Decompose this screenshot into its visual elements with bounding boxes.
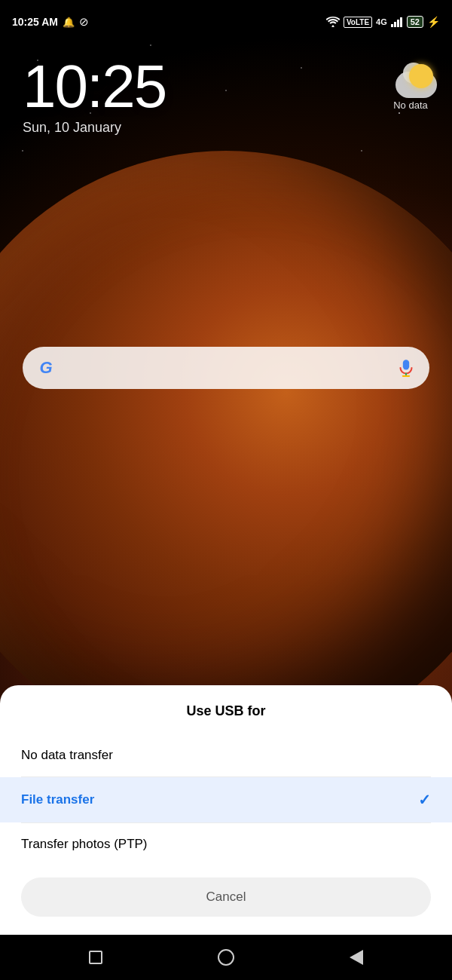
weather-widget: No data xyxy=(384,64,437,111)
weather-label: No data xyxy=(384,100,437,111)
svg-rect-3 xyxy=(400,17,402,27)
usb-dialog: Use USB for No data transfer File transf… xyxy=(0,685,452,935)
recents-icon xyxy=(89,951,102,964)
battery-percent: 52 xyxy=(411,17,420,26)
bottom-nav xyxy=(0,935,452,980)
weather-icon xyxy=(384,64,437,98)
home-button[interactable] xyxy=(216,948,236,967)
status-bar: 10:25 AM 🔔 ⊘ VoLTE 4G 52 ⚡ xyxy=(0,0,452,38)
home-icon xyxy=(218,949,234,966)
charging-icon: ⚡ xyxy=(427,16,440,28)
svg-rect-1 xyxy=(394,22,396,27)
svg-rect-4 xyxy=(403,360,409,369)
svg-rect-2 xyxy=(397,20,399,27)
google-logo: G xyxy=(35,357,57,379)
mute-icon: 🔔 xyxy=(63,17,75,28)
battery-indicator: 52 xyxy=(407,16,423,28)
file-transfer-label: File transfer xyxy=(21,792,94,807)
ptp-label: Transfer photos (PTP) xyxy=(21,837,148,852)
back-icon xyxy=(350,950,363,965)
search-bar[interactable]: G xyxy=(23,347,429,389)
signal-icon xyxy=(391,17,403,27)
usb-dialog-title: Use USB for xyxy=(0,703,452,719)
cancel-button[interactable]: Cancel xyxy=(21,877,431,917)
recents-button[interactable] xyxy=(86,948,105,967)
mic-icon[interactable] xyxy=(395,357,417,379)
svg-rect-0 xyxy=(391,24,393,27)
status-left: 10:25 AM 🔔 ⊘ xyxy=(12,15,89,29)
back-button[interactable] xyxy=(347,948,366,967)
no-data-transfer-label: No data transfer xyxy=(21,748,113,763)
file-transfer-option[interactable]: File transfer ✓ xyxy=(0,777,452,822)
sun-shape xyxy=(409,64,433,88)
ptp-option[interactable]: Transfer photos (PTP) xyxy=(0,823,452,865)
wifi-icon xyxy=(326,17,340,27)
status-time: 10:25 AM xyxy=(12,16,58,28)
no-data-transfer-option[interactable]: No data transfer xyxy=(0,734,452,776)
dnd-icon: ⊘ xyxy=(79,15,89,29)
large-clock: 10:25 Sun, 10 January xyxy=(23,57,166,136)
volte-icon: VoLTE xyxy=(344,17,372,28)
status-right: VoLTE 4G 52 ⚡ xyxy=(326,16,440,28)
4g-icon: 4G xyxy=(376,17,387,26)
large-time: 10:25 xyxy=(23,57,166,117)
checkmark-icon: ✓ xyxy=(418,791,431,809)
large-date: Sun, 10 January xyxy=(23,120,166,136)
